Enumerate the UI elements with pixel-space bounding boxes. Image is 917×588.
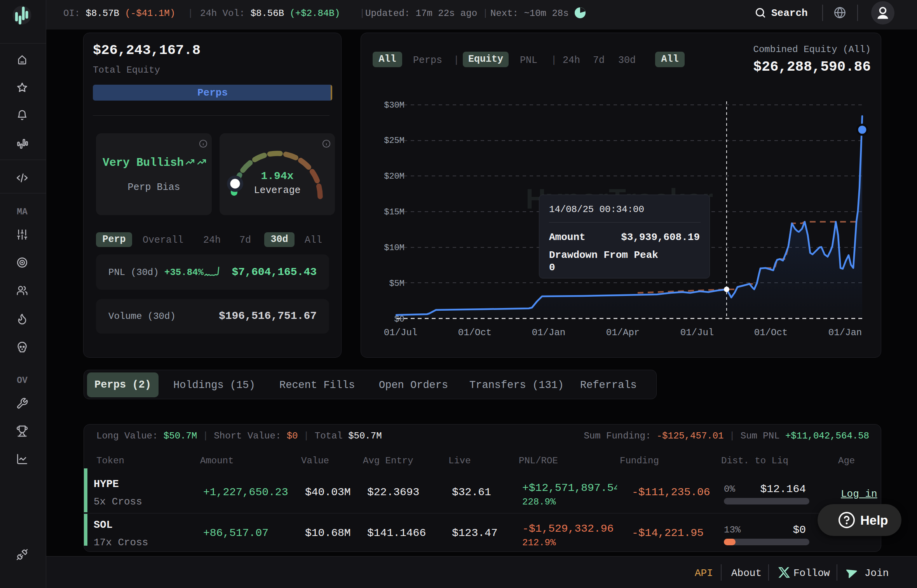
svg-text:01/Jan: 01/Jan (828, 327, 862, 338)
svg-text:$10M: $10M (384, 243, 404, 253)
svg-text:$15M: $15M (384, 207, 404, 217)
svg-text:OV: OV (17, 376, 28, 386)
svg-text:$25M: $25M (384, 136, 404, 146)
svg-text:01/Oct: 01/Oct (754, 327, 788, 338)
svg-text:$20M: $20M (384, 172, 404, 181)
svg-text:$5M: $5M (389, 279, 404, 289)
svg-text:01/Apr: 01/Apr (606, 327, 640, 338)
svg-text:01/Jul: 01/Jul (384, 327, 417, 338)
svg-text:01/Jan: 01/Jan (532, 327, 565, 338)
svg-text:01/Jul: 01/Jul (680, 327, 714, 338)
svg-text:$30M: $30M (384, 101, 404, 110)
svg-text:01/Oct: 01/Oct (458, 327, 492, 338)
svg-text:MA: MA (17, 207, 28, 217)
